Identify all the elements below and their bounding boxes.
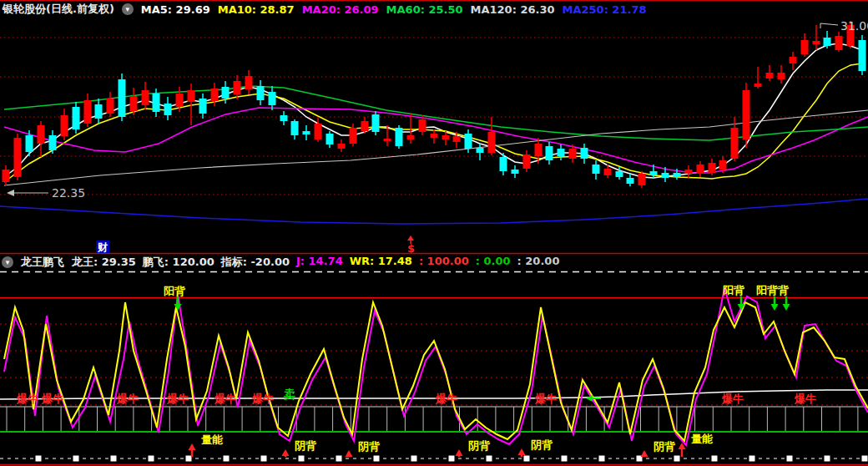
candle [130, 96, 138, 111]
candle [477, 148, 484, 153]
bull-label: 爆牛 [794, 393, 816, 405]
candle [859, 40, 866, 71]
candles [3, 21, 866, 188]
candle [813, 41, 820, 44]
candle [3, 170, 10, 182]
main-chart-header: 银轮股份(日线.前复权) ▾ MA5: 29.69MA10: 28.87MA20… [0, 2, 647, 17]
ma-legend-item-3: MA60: 25.50 [386, 3, 463, 16]
candle [407, 135, 415, 139]
candle [280, 115, 288, 121]
candle [778, 73, 785, 79]
yin-label: 阴背 [295, 439, 317, 452]
candle [453, 136, 461, 142]
candle [107, 99, 114, 114]
candle [593, 165, 600, 174]
ma-line-MA10 [4, 63, 862, 182]
candle [569, 149, 577, 159]
ma-legend-item-1: MA10: 28.87 [218, 3, 295, 16]
yin-label: 量能 [201, 433, 223, 446]
candle [500, 157, 507, 171]
red-up-arrow-icon [282, 449, 290, 456]
low-price-label: 22.35 [52, 186, 85, 200]
high-price-label: 31.00 [840, 19, 868, 33]
candle [674, 173, 681, 177]
bull-label: 爆牛 [251, 393, 274, 405]
candle [488, 132, 496, 153]
candle [142, 90, 149, 105]
ma-line-MA250 [0, 199, 868, 224]
candle [558, 149, 565, 156]
chart-canvas[interactable]: 22.3531.00财$阳背阳背阳背背量能阴背阴背阴背阴背阴背量能爆牛爆牛爆牛爆… [0, 0, 868, 466]
candle [627, 178, 634, 184]
candle [709, 163, 716, 173]
indicator-value-5: : 100.00 [419, 255, 469, 270]
candle [119, 79, 126, 117]
stock-chart-window: 22.3531.00财$阳背阳背阳背背量能阴背阴背阴背阴背阴背量能爆牛爆牛爆牛爆… [0, 0, 868, 466]
indicator-value-1: 鹏飞: 120.00 [143, 255, 214, 270]
bull-label: 爆牛 [721, 393, 744, 405]
yang-label: 阳背 [723, 284, 745, 296]
candle [338, 144, 346, 149]
green-down-arrow-icon [771, 304, 779, 311]
candle [49, 135, 57, 150]
candle [835, 36, 843, 50]
red-up-arrow-icon [518, 448, 526, 455]
ma-legend-item-4: MA120: 26.30 [471, 3, 555, 16]
candle [638, 174, 646, 185]
ma-line-MA120 [4, 110, 868, 185]
candle [824, 38, 831, 46]
indicator-legend: 龙王: 29.35鹏飞: 120.00指标: -20.00J: 14.74WR:… [72, 255, 559, 270]
chevron-down-icon[interactable]: ▾ [2, 256, 13, 268]
candle [465, 134, 472, 149]
green-buy-arrow-icon [586, 395, 593, 402]
indicator-value-7: : 20.00 [517, 255, 560, 270]
yin-label: 阴背 [358, 440, 381, 453]
candle [685, 170, 693, 174]
candle [234, 81, 241, 94]
red-up-arrow-icon [346, 450, 353, 457]
candle [153, 94, 160, 112]
candle [211, 89, 219, 101]
stock-title: 银轮股份(日线.前复权) [3, 2, 114, 17]
indicator-value-3: J: 14.74 [296, 255, 343, 270]
candle [754, 84, 762, 87]
candle [38, 125, 45, 144]
candle [61, 115, 68, 136]
main-chart: 22.3531.00财$ [0, 1, 868, 256]
chevron-down-icon[interactable]: ▾ [122, 3, 134, 15]
candle [26, 135, 33, 152]
bull-label: 爆牛 [534, 393, 557, 405]
candle [442, 135, 450, 139]
candle [245, 76, 253, 89]
candle [535, 144, 542, 156]
candle [84, 100, 92, 124]
yang-label: 阳背 [164, 285, 186, 297]
candle [350, 128, 357, 144]
yin-divergence-marks: 量能阴背阴背阴背阴背阴背量能 [189, 433, 714, 457]
candle [95, 104, 103, 119]
candle [315, 124, 322, 139]
green-down-arrow-icon [783, 304, 790, 311]
candle [546, 146, 553, 160]
red-up-arrow-icon [641, 450, 648, 457]
ma-legend-item-0: MA5: 29.69 [141, 3, 210, 16]
yin-label: 量能 [691, 433, 713, 445]
sell-marker: 卖 [283, 387, 295, 401]
candle [801, 40, 809, 54]
indicator-value-4: WR: 17.48 [350, 255, 412, 270]
bull-label: 爆牛 [214, 393, 236, 405]
candle [199, 99, 207, 114]
candle [372, 114, 380, 132]
indicator-name: 龙王鹏飞 [21, 255, 64, 270]
candle [73, 107, 80, 129]
candle [14, 138, 22, 177]
candle [303, 131, 310, 134]
ma-legend-item-2: MA20: 26.09 [302, 3, 379, 16]
indicator-value-2: 指标: -20.00 [221, 255, 290, 270]
candle [361, 121, 369, 131]
red-up-arrow-icon [456, 449, 463, 456]
candle [419, 119, 426, 132]
yin-label: 阴背 [468, 439, 491, 452]
candle [257, 86, 265, 100]
svg-text:财: 财 [97, 241, 108, 253]
